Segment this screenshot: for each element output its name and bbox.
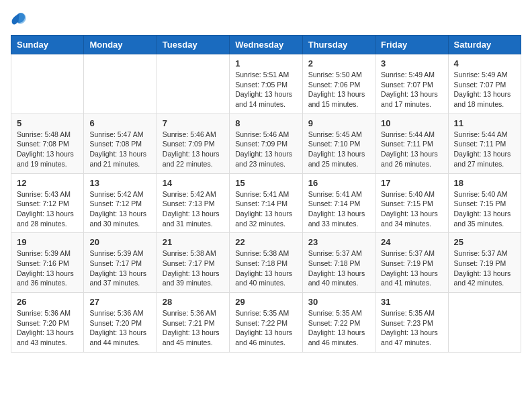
- day-number: 28: [163, 297, 224, 307]
- calendar-day-cell: 6Sunrise: 5:47 AM Sunset: 7:08 PM Daylig…: [84, 113, 157, 173]
- day-number: 22: [235, 237, 296, 247]
- calendar-day-cell: 26Sunrise: 5:36 AM Sunset: 7:20 PM Dayli…: [11, 293, 84, 353]
- day-info: Sunrise: 5:38 AM Sunset: 7:17 PM Dayligh…: [163, 248, 224, 288]
- calendar-day-cell: [448, 293, 521, 353]
- day-number: 30: [308, 297, 369, 307]
- day-info: Sunrise: 5:41 AM Sunset: 7:14 PM Dayligh…: [308, 189, 369, 229]
- calendar-day-cell: 9Sunrise: 5:45 AM Sunset: 7:10 PM Daylig…: [302, 113, 375, 173]
- calendar-day-cell: 2Sunrise: 5:50 AM Sunset: 7:06 PM Daylig…: [302, 54, 375, 114]
- day-number: 6: [89, 118, 150, 128]
- day-of-week-header: Tuesday: [157, 36, 229, 54]
- day-info: Sunrise: 5:37 AM Sunset: 7:18 PM Dayligh…: [308, 248, 369, 288]
- day-info: Sunrise: 5:35 AM Sunset: 7:22 PM Dayligh…: [308, 308, 369, 348]
- day-info: Sunrise: 5:35 AM Sunset: 7:23 PM Dayligh…: [381, 308, 442, 348]
- day-number: 18: [454, 178, 515, 188]
- calendar-day-cell: 7Sunrise: 5:46 AM Sunset: 7:09 PM Daylig…: [157, 113, 229, 173]
- calendar-day-cell: 23Sunrise: 5:37 AM Sunset: 7:18 PM Dayli…: [302, 233, 375, 293]
- day-number: 15: [235, 178, 296, 188]
- day-info: Sunrise: 5:35 AM Sunset: 7:22 PM Dayligh…: [235, 308, 296, 348]
- day-info: Sunrise: 5:36 AM Sunset: 7:21 PM Dayligh…: [163, 308, 224, 348]
- calendar-week-row: 5Sunrise: 5:48 AM Sunset: 7:08 PM Daylig…: [11, 113, 521, 173]
- calendar-day-cell: 15Sunrise: 5:41 AM Sunset: 7:14 PM Dayli…: [230, 173, 302, 233]
- calendar-day-cell: 31Sunrise: 5:35 AM Sunset: 7:23 PM Dayli…: [375, 293, 448, 353]
- day-info: Sunrise: 5:44 AM Sunset: 7:11 PM Dayligh…: [454, 130, 515, 169]
- calendar-day-cell: 29Sunrise: 5:35 AM Sunset: 7:22 PM Dayli…: [230, 293, 302, 353]
- day-info: Sunrise: 5:47 AM Sunset: 7:08 PM Dayligh…: [89, 130, 150, 169]
- calendar-day-cell: [157, 54, 229, 114]
- calendar-table: SundayMondayTuesdayWednesdayThursdayFrid…: [11, 35, 521, 353]
- day-number: 2: [308, 58, 369, 68]
- day-number: 9: [308, 118, 369, 128]
- day-number: 5: [17, 118, 78, 128]
- day-info: Sunrise: 5:43 AM Sunset: 7:12 PM Dayligh…: [17, 189, 78, 229]
- day-number: 10: [381, 118, 442, 128]
- day-info: Sunrise: 5:36 AM Sunset: 7:20 PM Dayligh…: [17, 308, 78, 348]
- day-info: Sunrise: 5:44 AM Sunset: 7:11 PM Dayligh…: [381, 130, 442, 169]
- day-number: 16: [308, 178, 369, 188]
- day-info: Sunrise: 5:38 AM Sunset: 7:18 PM Dayligh…: [235, 248, 296, 288]
- day-info: Sunrise: 5:49 AM Sunset: 7:07 PM Dayligh…: [454, 70, 515, 109]
- logo-icon: [11, 11, 27, 27]
- calendar-week-row: 12Sunrise: 5:43 AM Sunset: 7:12 PM Dayli…: [11, 173, 521, 233]
- calendar-day-cell: 24Sunrise: 5:37 AM Sunset: 7:19 PM Dayli…: [375, 233, 448, 293]
- day-number: 20: [89, 237, 150, 247]
- day-number: 25: [454, 237, 515, 247]
- day-number: 12: [17, 178, 78, 188]
- day-info: Sunrise: 5:51 AM Sunset: 7:05 PM Dayligh…: [235, 70, 296, 109]
- page-header: [11, 11, 521, 27]
- calendar-day-cell: 11Sunrise: 5:44 AM Sunset: 7:11 PM Dayli…: [448, 113, 521, 173]
- day-of-week-header: Wednesday: [230, 36, 302, 54]
- day-number: 31: [381, 297, 442, 307]
- day-info: Sunrise: 5:46 AM Sunset: 7:09 PM Dayligh…: [235, 130, 296, 169]
- calendar-day-cell: 10Sunrise: 5:44 AM Sunset: 7:11 PM Dayli…: [375, 113, 448, 173]
- calendar-day-cell: 22Sunrise: 5:38 AM Sunset: 7:18 PM Dayli…: [230, 233, 302, 293]
- day-info: Sunrise: 5:42 AM Sunset: 7:12 PM Dayligh…: [89, 189, 150, 229]
- day-of-week-header: Saturday: [448, 36, 521, 54]
- calendar-header-row: SundayMondayTuesdayWednesdayThursdayFrid…: [11, 36, 521, 54]
- day-of-week-header: Monday: [84, 36, 157, 54]
- calendar-day-cell: 21Sunrise: 5:38 AM Sunset: 7:17 PM Dayli…: [157, 233, 229, 293]
- calendar-day-cell: 16Sunrise: 5:41 AM Sunset: 7:14 PM Dayli…: [302, 173, 375, 233]
- day-number: 24: [381, 237, 442, 247]
- day-number: 27: [89, 297, 150, 307]
- day-number: 17: [381, 178, 442, 188]
- day-number: 11: [454, 118, 515, 128]
- calendar-day-cell: 19Sunrise: 5:39 AM Sunset: 7:16 PM Dayli…: [11, 233, 84, 293]
- calendar-day-cell: 20Sunrise: 5:39 AM Sunset: 7:17 PM Dayli…: [84, 233, 157, 293]
- day-info: Sunrise: 5:45 AM Sunset: 7:10 PM Dayligh…: [308, 130, 369, 169]
- day-info: Sunrise: 5:41 AM Sunset: 7:14 PM Dayligh…: [235, 189, 296, 229]
- day-info: Sunrise: 5:46 AM Sunset: 7:09 PM Dayligh…: [163, 130, 224, 169]
- day-info: Sunrise: 5:40 AM Sunset: 7:15 PM Dayligh…: [454, 189, 515, 229]
- day-number: 1: [235, 58, 296, 68]
- day-info: Sunrise: 5:37 AM Sunset: 7:19 PM Dayligh…: [381, 248, 442, 288]
- calendar-day-cell: 3Sunrise: 5:49 AM Sunset: 7:07 PM Daylig…: [375, 54, 448, 114]
- calendar-day-cell: [84, 54, 157, 114]
- day-number: 23: [308, 237, 369, 247]
- day-of-week-header: Sunday: [11, 36, 84, 54]
- day-info: Sunrise: 5:49 AM Sunset: 7:07 PM Dayligh…: [381, 70, 442, 109]
- calendar-week-row: 26Sunrise: 5:36 AM Sunset: 7:20 PM Dayli…: [11, 293, 521, 353]
- day-number: 29: [235, 297, 296, 307]
- calendar-day-cell: 1Sunrise: 5:51 AM Sunset: 7:05 PM Daylig…: [230, 54, 302, 114]
- calendar-day-cell: 25Sunrise: 5:37 AM Sunset: 7:19 PM Dayli…: [448, 233, 521, 293]
- day-number: 8: [235, 118, 296, 128]
- day-info: Sunrise: 5:50 AM Sunset: 7:06 PM Dayligh…: [308, 70, 369, 109]
- day-info: Sunrise: 5:42 AM Sunset: 7:13 PM Dayligh…: [163, 189, 224, 229]
- calendar-week-row: 1Sunrise: 5:51 AM Sunset: 7:05 PM Daylig…: [11, 54, 521, 114]
- day-info: Sunrise: 5:37 AM Sunset: 7:19 PM Dayligh…: [454, 248, 515, 288]
- calendar-day-cell: 18Sunrise: 5:40 AM Sunset: 7:15 PM Dayli…: [448, 173, 521, 233]
- logo: [11, 11, 30, 27]
- calendar-day-cell: 27Sunrise: 5:36 AM Sunset: 7:20 PM Dayli…: [84, 293, 157, 353]
- day-of-week-header: Friday: [375, 36, 448, 54]
- day-info: Sunrise: 5:39 AM Sunset: 7:17 PM Dayligh…: [89, 248, 150, 288]
- calendar-day-cell: 14Sunrise: 5:42 AM Sunset: 7:13 PM Dayli…: [157, 173, 229, 233]
- calendar-week-row: 19Sunrise: 5:39 AM Sunset: 7:16 PM Dayli…: [11, 233, 521, 293]
- day-info: Sunrise: 5:48 AM Sunset: 7:08 PM Dayligh…: [17, 130, 78, 169]
- calendar-day-cell: 8Sunrise: 5:46 AM Sunset: 7:09 PM Daylig…: [230, 113, 302, 173]
- day-number: 21: [163, 237, 224, 247]
- day-number: 3: [381, 58, 442, 68]
- calendar-day-cell: 4Sunrise: 5:49 AM Sunset: 7:07 PM Daylig…: [448, 54, 521, 114]
- calendar-day-cell: 12Sunrise: 5:43 AM Sunset: 7:12 PM Dayli…: [11, 173, 84, 233]
- day-number: 26: [17, 297, 78, 307]
- day-of-week-header: Thursday: [302, 36, 375, 54]
